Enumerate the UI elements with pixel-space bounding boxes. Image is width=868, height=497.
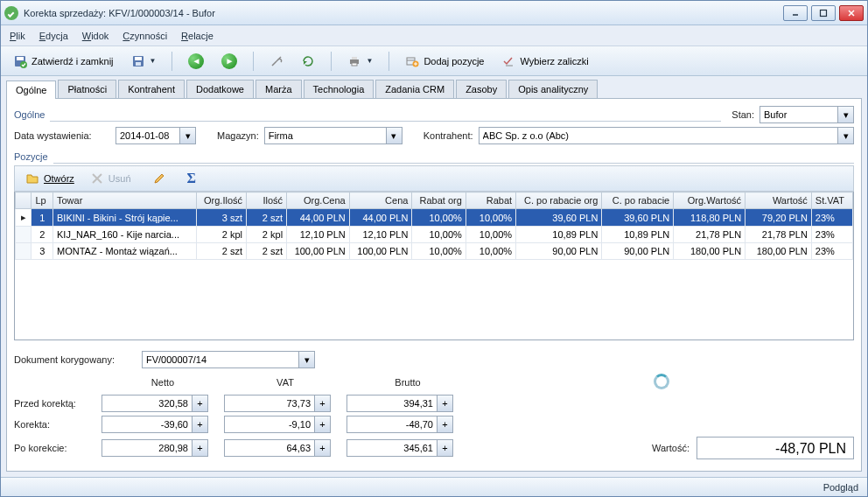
cell-org-cena: 12,10 PLN: [287, 227, 350, 243]
po-brutto[interactable]: [346, 439, 438, 457]
col-rabat[interactable]: Rabat: [466, 192, 515, 209]
przed-netto[interactable]: [102, 395, 192, 412]
row-marker-header[interactable]: [16, 192, 32, 209]
tab-ogolne[interactable]: Ogólne: [6, 80, 56, 99]
date-dropdown-button[interactable]: ▾: [180, 127, 196, 144]
przed-vat[interactable]: [224, 395, 315, 412]
tab-kontrahent[interactable]: Kontrahent: [118, 80, 185, 98]
table-row[interactable]: 2KIJ_NAR_160 - Kije narcia...2 kpl2 kpl1…: [16, 227, 853, 243]
przed-brutto-plus[interactable]: +: [438, 395, 453, 412]
col-ilosc[interactable]: Ilość: [247, 192, 287, 209]
tab-zadania-crm[interactable]: Zadania CRM: [375, 80, 454, 98]
cell-wartosc: 21,78 PLN: [746, 227, 812, 243]
tab-platnosci[interactable]: Płatności: [58, 80, 116, 98]
col-towar[interactable]: Towar: [52, 192, 196, 209]
col-org-wartosc[interactable]: Org.Wartość: [674, 192, 746, 209]
po-brutto-plus[interactable]: +: [438, 439, 453, 457]
korekta-vat-plus[interactable]: +: [315, 416, 331, 433]
select-icon: [501, 54, 515, 68]
col-cena[interactable]: Cena: [349, 192, 412, 209]
delete-icon: [90, 172, 104, 186]
kontrahent-value[interactable]: [479, 127, 838, 144]
row-marker[interactable]: [16, 227, 32, 243]
stan-value[interactable]: [760, 106, 838, 123]
menu-czynnosci[interactable]: Czynności: [122, 31, 167, 41]
otworz-button[interactable]: Otwórz: [20, 169, 80, 188]
edit-cell-button[interactable]: [147, 169, 172, 188]
col-lp[interactable]: Lp: [32, 192, 53, 209]
data-wystawienia-value[interactable]: [116, 127, 180, 144]
tab-technologia[interactable]: Technologia: [304, 80, 374, 98]
dokument-korygowany-value[interactable]: [142, 351, 299, 368]
sum-button[interactable]: Σ: [182, 168, 201, 189]
dodaj-pozycje-label: Dodaj pozycje: [424, 56, 484, 66]
save-button[interactable]: ▼: [126, 52, 162, 71]
maximize-button[interactable]: [811, 5, 836, 21]
tab-zasoby[interactable]: Zasoby: [456, 80, 507, 98]
data-wystawienia-input[interactable]: ▾: [116, 127, 196, 144]
kontrahent-select[interactable]: ▾: [479, 127, 854, 144]
refresh-button[interactable]: [296, 52, 320, 71]
korekta-netto-plus[interactable]: +: [192, 416, 208, 433]
col-wartosc[interactable]: Wartość: [746, 192, 812, 209]
col-stvat[interactable]: St.VAT: [811, 192, 852, 209]
cell-rabat-org: 10,00%: [412, 209, 466, 227]
po-vat[interactable]: [224, 439, 315, 457]
col-org-ilosc[interactable]: Org.Ilość: [196, 192, 246, 209]
save-close-button[interactable]: Zatwierdź i zamknij: [8, 52, 119, 71]
dodaj-pozycje-button[interactable]: Dodaj pozycje: [400, 52, 489, 71]
minimize-button[interactable]: [783, 5, 808, 21]
tab-dodatkowe[interactable]: Dodatkowe: [186, 80, 254, 98]
cell-towar: MONTAZ - Montaż wiązań...: [52, 243, 196, 260]
magazyn-value[interactable]: [264, 127, 387, 144]
col-c-rab[interactable]: C. po rabacie: [602, 192, 674, 209]
korekta-brutto-plus[interactable]: +: [438, 416, 453, 433]
status-podglad[interactable]: Podgląd: [823, 482, 858, 493]
fieldset-ogolne-label: Ogólne: [14, 109, 45, 120]
przed-brutto[interactable]: [346, 395, 438, 412]
magazyn-dropdown-button[interactable]: ▾: [387, 127, 402, 144]
korekta-brutto[interactable]: [346, 416, 438, 433]
wybierz-zaliczki-button[interactable]: Wybierz zaliczki: [496, 52, 593, 71]
po-netto[interactable]: [102, 439, 192, 457]
korekta-vat[interactable]: [224, 416, 315, 433]
fieldset-pozycje-header: Pozycje: [14, 151, 854, 162]
dokument-korygowany-select[interactable]: ▾: [142, 351, 315, 368]
po-vat-plus[interactable]: +: [315, 439, 331, 457]
stan-dropdown-button[interactable]: ▾: [838, 106, 854, 123]
cell-rabat-org: 10,00%: [412, 243, 466, 260]
print-dropdown-caret[interactable]: ▼: [366, 57, 373, 65]
tools-button[interactable]: [264, 52, 289, 71]
menu-plik[interactable]: Plik: [10, 31, 25, 41]
print-button[interactable]: ▼: [342, 52, 378, 71]
row-marker[interactable]: [16, 243, 32, 260]
korekta-netto[interactable]: [102, 416, 192, 433]
cell-ilosc: 2 kpl: [247, 227, 287, 243]
pozycje-grid[interactable]: Lp Towar Org.Ilość Ilość Org.Cena Cena R…: [14, 192, 854, 340]
sigma-icon: Σ: [187, 171, 196, 186]
menu-widok[interactable]: Widok: [82, 31, 109, 41]
dokument-korygowany-dropdown-button[interactable]: ▾: [299, 351, 315, 368]
magazyn-select[interactable]: ▾: [264, 127, 402, 144]
table-row[interactable]: ▸1BIKINI - Bikini - Strój kąpie...3 szt2…: [16, 209, 853, 227]
przed-vat-plus[interactable]: +: [315, 395, 331, 412]
col-rabat-org[interactable]: Rabat org: [412, 192, 466, 209]
tab-opis-analityczny[interactable]: Opis analityczny: [508, 80, 598, 98]
menu-edycja[interactable]: Edycja: [39, 31, 68, 41]
po-netto-plus[interactable]: +: [192, 439, 208, 457]
table-row[interactable]: 3MONTAZ - Montaż wiązań...2 szt2 szt100,…: [16, 243, 853, 260]
cell-vat: 23%: [811, 227, 852, 243]
close-button[interactable]: [839, 5, 864, 21]
tab-marza[interactable]: Marża: [256, 80, 302, 98]
przed-netto-plus[interactable]: +: [192, 395, 208, 412]
nav-forward-button[interactable]: ►: [216, 51, 242, 72]
col-org-cena[interactable]: Org.Cena: [287, 192, 350, 209]
hdr-vat: VAT: [224, 377, 346, 388]
stan-select[interactable]: ▾: [760, 106, 854, 123]
row-marker[interactable]: ▸: [16, 209, 32, 227]
kontrahent-dropdown-button[interactable]: ▾: [838, 127, 854, 144]
save-dropdown-caret[interactable]: ▼: [150, 57, 157, 65]
col-c-rab-org[interactable]: C. po rabacie org: [516, 192, 602, 209]
menu-relacje[interactable]: Relacje: [181, 31, 214, 41]
nav-back-button[interactable]: ◄: [183, 51, 209, 72]
